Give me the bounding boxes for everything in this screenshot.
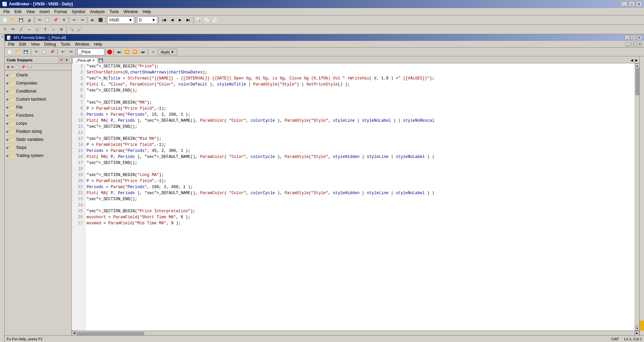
menu-tools[interactable]: Tools xyxy=(108,9,121,15)
hscroll-thumb[interactable] xyxy=(77,332,144,335)
snippets-copy[interactable]: 📋 xyxy=(15,65,20,69)
hscroll-left[interactable]: ◀ xyxy=(72,331,76,336)
draw-line[interactable]: ╱ xyxy=(17,26,25,33)
ed-save[interactable]: 💾 xyxy=(22,48,30,56)
period-dropdown[interactable]: D ▼ xyxy=(137,16,157,24)
close-button[interactable]: ✕ xyxy=(636,1,642,7)
tab-price-afl[interactable]: _Price.afl ✕ xyxy=(72,57,98,63)
tree-item-trading[interactable]: ▶ 📁 Trading system xyxy=(5,152,71,160)
nav-first[interactable]: |◀ xyxy=(160,16,168,24)
cut-btn[interactable]: ✂ xyxy=(36,16,43,24)
maximize-button[interactable]: □ xyxy=(629,1,635,7)
snippets-down[interactable]: ↓ xyxy=(30,65,33,69)
zoom-in[interactable]: 🔍 xyxy=(68,26,75,33)
hscroll-right[interactable]: ▶ xyxy=(635,331,639,336)
ed-open[interactable]: 📂 xyxy=(14,48,21,56)
ed-check[interactable]: ✓ xyxy=(150,48,157,56)
editor-menu-max[interactable]: □ xyxy=(631,42,637,47)
new-btn[interactable]: 📄 xyxy=(1,16,9,24)
ed-nav1[interactable]: ⏮ xyxy=(115,48,122,56)
menu-help[interactable]: Help xyxy=(141,9,153,15)
ed-paste[interactable]: 📌 xyxy=(49,48,56,56)
copy-btn[interactable]: 📋 xyxy=(44,16,51,24)
menu-symbol[interactable]: Symbol xyxy=(70,9,87,15)
vertical-scrollbar[interactable]: ▲ ▼ xyxy=(635,63,639,331)
scroll-down-btn[interactable]: ▼ xyxy=(635,326,639,331)
draw-rect[interactable]: □ xyxy=(34,26,41,33)
tree-item-position[interactable]: ▶ 📁 Position sizing xyxy=(5,127,71,135)
snippets-close[interactable]: ✕ xyxy=(64,58,69,62)
snippets-up[interactable]: ↑ xyxy=(26,65,29,69)
minimize-button[interactable]: _ xyxy=(621,1,627,7)
filename-input[interactable]: _Price xyxy=(77,49,104,55)
editor-menu-help[interactable]: Help xyxy=(92,41,104,47)
ed-nav4[interactable]: ⏭ xyxy=(139,48,147,56)
draw-select[interactable]: ↖ xyxy=(1,26,9,33)
menu-analysis[interactable]: Analysis xyxy=(88,9,107,15)
nav-next[interactable]: ▶ xyxy=(176,16,184,24)
ed-nav3[interactable]: ⏩ xyxy=(131,48,139,56)
draw-pen[interactable]: ✏ xyxy=(9,26,17,33)
scroll-thumb[interactable] xyxy=(635,68,639,95)
tree-item-composites[interactable]: ▶ 📁 Composites xyxy=(5,79,71,87)
chart-btn2[interactable]: 📈 xyxy=(203,16,210,24)
editor-menu-tools[interactable]: Tools xyxy=(59,41,72,47)
open-btn[interactable]: 📂 xyxy=(9,16,17,24)
new-tab-btn[interactable]: 💾 xyxy=(99,58,103,62)
nav-last[interactable]: ▶| xyxy=(184,16,192,24)
chart-btn3[interactable]: 📉 xyxy=(211,16,218,24)
scroll-up-btn[interactable]: ▲ xyxy=(635,63,639,68)
menu-format[interactable]: Format xyxy=(52,9,69,15)
snippets-pin[interactable]: 📌 xyxy=(58,58,63,62)
editor-menu-view[interactable]: View xyxy=(29,41,42,47)
code-editor[interactable]: _Price.afl ✕ 💾 ◀ ▶ 123456789101112131415… xyxy=(72,56,639,335)
editor-menu-debug[interactable]: Debug xyxy=(42,41,58,47)
tree-item-file[interactable]: ▶ 📁 File xyxy=(5,103,71,111)
ed-nav2[interactable]: ⏪ xyxy=(123,48,130,56)
refresh-btn[interactable]: ▶ xyxy=(89,16,96,24)
draw-arrow[interactable]: → xyxy=(50,26,57,33)
tab-next[interactable]: ▶ xyxy=(635,58,639,62)
paste-btn[interactable]: 📌 xyxy=(52,16,59,24)
draw-fib[interactable]: Ψ xyxy=(58,26,65,33)
editor-maximize[interactable]: □ xyxy=(631,35,636,40)
editor-minimize[interactable]: _ xyxy=(625,35,630,40)
nav-prev[interactable]: ◀ xyxy=(168,16,176,24)
chart-btn1[interactable]: 📊 xyxy=(195,16,202,24)
tab-prev[interactable]: ◀ xyxy=(630,58,634,62)
zoom-out[interactable]: 🔎 xyxy=(76,26,84,33)
stop-btn[interactable]: ⬛ xyxy=(97,16,104,24)
menu-window[interactable]: Window xyxy=(122,9,140,15)
tree-item-custom-backtest[interactable]: ▶ 📁 Custom backtest xyxy=(5,95,71,103)
snippets-add[interactable]: ⊕ xyxy=(6,65,10,69)
ed-new[interactable]: 📄 xyxy=(6,48,13,56)
menu-view[interactable]: View xyxy=(24,9,37,15)
tree-item-stops[interactable]: ▶ 📁 Stops xyxy=(5,144,71,152)
draw-text[interactable]: T xyxy=(42,26,49,33)
apply-button[interactable]: Apply ▼ xyxy=(158,49,177,55)
tree-item-functions[interactable]: ▶ 📁 Functions xyxy=(5,111,71,119)
symbol-dropdown[interactable]: VN30 ▼ xyxy=(107,16,134,24)
tree-item-conditional[interactable]: ▶ 📁 Conditional xyxy=(5,87,71,95)
save-btn[interactable]: 💾 xyxy=(17,16,25,24)
ed-copy[interactable]: 📋 xyxy=(41,48,48,56)
redo-btn[interactable]: ↪ xyxy=(78,16,86,24)
ed-cut[interactable]: ✂ xyxy=(33,48,40,56)
undo-btn[interactable]: ↩ xyxy=(70,16,78,24)
snippets-paste[interactable]: 📌 xyxy=(20,65,26,69)
menu-edit[interactable]: Edit xyxy=(12,9,23,15)
ed-redo[interactable]: ↪ xyxy=(67,48,74,56)
ed-undo[interactable]: ↩ xyxy=(59,48,66,56)
tree-item-static[interactable]: ▶ 📁 Static variables xyxy=(5,135,71,144)
tree-item-loops[interactable]: ▶ 📁 Loops xyxy=(5,119,71,127)
right-tab-1[interactable] xyxy=(640,321,644,331)
delete-btn[interactable]: ✕ xyxy=(60,16,67,24)
editor-menu-window[interactable]: Window xyxy=(73,41,91,47)
horizontal-scrollbar[interactable]: ◀ ▶ xyxy=(72,331,639,335)
tab-close-icon[interactable]: ✕ xyxy=(92,59,95,62)
editor-close[interactable]: ✕ xyxy=(637,35,642,40)
tree-item-charts[interactable]: ▶ 📁 Charts xyxy=(5,71,71,79)
menu-insert[interactable]: Insert xyxy=(38,9,52,15)
menu-file[interactable]: File xyxy=(1,9,12,15)
editor-menu-min[interactable]: _ xyxy=(625,42,631,47)
